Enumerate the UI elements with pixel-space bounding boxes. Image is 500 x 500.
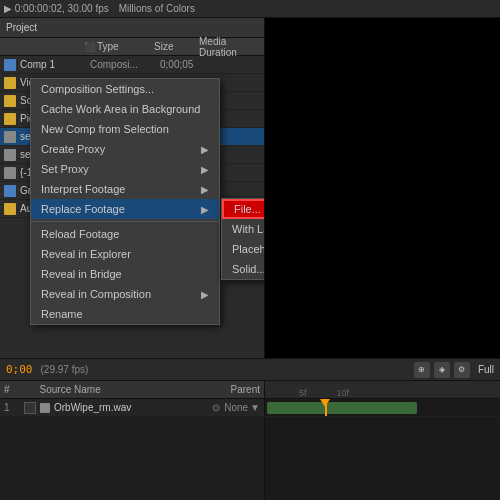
item-type: Composi... — [90, 59, 160, 70]
top-bar: ▶ 0:00:00:02, 30.00 fps Millions of Colo… — [0, 0, 500, 18]
submenu-arrow-icon: ▶ — [201, 289, 209, 300]
folder-icon — [4, 203, 16, 215]
type-icon: ⬛ — [84, 42, 95, 52]
submenu-arrow-icon: ▶ — [201, 204, 209, 215]
menu-item-new-comp-from-selection[interactable]: New Comp from Selection — [31, 119, 219, 139]
timeline-layer-row: 1 OrbWipe_rm.wav ⊙ None ▼ — [0, 399, 264, 417]
col-size-header: Size — [154, 41, 199, 52]
layer-checkbox[interactable] — [24, 402, 36, 414]
menu-item-interpret-footage[interactable]: Interpret Footage▶ — [31, 179, 219, 199]
folder-icon — [4, 113, 16, 125]
menu-item-label: Interpret Footage — [41, 183, 201, 195]
time-display: 0;00 — [6, 363, 33, 376]
ruler-mark-10: 10f — [337, 388, 350, 398]
submenu-item-placeholder[interactable]: Placeholder... — [222, 239, 265, 259]
jpeg-icon — [4, 167, 16, 179]
fps-display: (29.97 fps) — [41, 364, 89, 375]
menu-item-reveal-in-composition[interactable]: Reveal in Composition▶ — [31, 284, 219, 304]
main-area: Project ⬛ Type Size Media Duration Comp … — [0, 18, 500, 358]
item-duration: 0;00;05 — [160, 59, 220, 70]
preview-black — [265, 18, 500, 358]
top-bar-color: Millions of Colors — [119, 3, 195, 14]
comp-icon — [4, 59, 16, 71]
folder-icon — [4, 77, 16, 89]
submenu-item-file[interactable]: File...Ctrl+H — [222, 199, 265, 219]
folder-icon — [4, 95, 16, 107]
panel-title: Project — [6, 22, 37, 33]
menu-item-label: Rename — [41, 308, 209, 320]
playhead — [325, 399, 327, 416]
col-num: # — [4, 384, 10, 395]
menu-item-cache-work-area-in-background[interactable]: Cache Work Area in Background — [31, 99, 219, 119]
context-menu: Composition Settings...Cache Work Area i… — [30, 78, 220, 325]
submenu-item-label: Solid... — [232, 263, 265, 275]
timeline-col-header: # Source Name Parent — [0, 381, 264, 399]
timeline-left: # Source Name Parent 1 OrbWipe_rm.wav ⊙ … — [0, 381, 265, 500]
submenu-arrow-icon: ▶ — [201, 164, 209, 175]
menu-item-label: Reveal in Explorer — [41, 248, 209, 260]
jpeg-icon — [4, 149, 16, 161]
layer-parent-icon: ⊙ — [212, 402, 220, 413]
col-parent: Parent — [231, 384, 260, 395]
layer-icon — [40, 403, 50, 413]
menu-item-label: Reload Footage — [41, 228, 209, 240]
menu-item-label: Reveal in Composition — [41, 288, 201, 300]
timeline-right: 5f 10f — [265, 381, 500, 500]
menu-item-set-proxy[interactable]: Set Proxy▶ — [31, 159, 219, 179]
submenu-item-label: With Layered Comp — [232, 223, 265, 235]
track-bar-1 — [267, 402, 417, 414]
timeline-ruler: 5f 10f — [265, 381, 500, 399]
col-duration-header: Media Duration — [199, 36, 259, 58]
submenu-item-with-layered-comp[interactable]: With Layered Comp — [222, 219, 265, 239]
menu-item-label: Set Proxy — [41, 163, 201, 175]
col-source: Source Name — [40, 384, 101, 395]
menu-item-label: Reveal in Bridge — [41, 268, 209, 280]
menu-item-label: Create Proxy — [41, 143, 201, 155]
menu-item-rename[interactable]: Rename — [31, 304, 219, 324]
menu-item-reveal-in-bridge[interactable]: Reveal in Bridge — [31, 264, 219, 284]
timeline-area: 0;00 (29.97 fps) ⊕ ◈ ⚙ Full # Source Nam… — [0, 358, 500, 500]
menu-item-label: Replace Footage — [41, 203, 201, 215]
timeline-track-1 — [265, 399, 500, 417]
layer-num: 1 — [4, 402, 24, 413]
item-name: Comp 1 — [20, 59, 90, 70]
menu-item-label: Composition Settings... — [41, 83, 209, 95]
submenu-item-solid[interactable]: Solid... — [222, 259, 265, 279]
timeline-icon-3[interactable]: ⚙ — [454, 362, 470, 378]
menu-item-reveal-in-explorer[interactable]: Reveal in Explorer — [31, 244, 219, 264]
project-item[interactable]: Comp 1Composi...0;00;05 — [0, 56, 264, 74]
submenu-item-label: File... — [234, 203, 261, 215]
submenu-arrow-icon: ▶ — [201, 184, 209, 195]
col-type-header: ⬛ Type — [84, 41, 154, 52]
timeline-icon-1[interactable]: ⊕ — [414, 362, 430, 378]
timeline-body: # Source Name Parent 1 OrbWipe_rm.wav ⊙ … — [0, 381, 500, 500]
project-panel: Project ⬛ Type Size Media Duration Comp … — [0, 18, 265, 358]
jpeg-icon — [4, 131, 16, 143]
menu-item-label: New Comp from Selection — [41, 123, 209, 135]
menu-item-composition-settings[interactable]: Composition Settings... — [31, 79, 219, 99]
top-bar-info: ▶ 0:00:00:02, 30.00 fps — [4, 3, 109, 14]
menu-divider — [31, 221, 219, 222]
preview-panel — [265, 18, 500, 358]
comp-icon — [4, 185, 16, 197]
columns-row: ⬛ Type Size Media Duration — [0, 38, 264, 56]
menu-item-reload-footage[interactable]: Reload Footage — [31, 224, 219, 244]
layer-parent-arrow: ▼ — [250, 402, 260, 413]
timeline-icon-2[interactable]: ◈ — [434, 362, 450, 378]
timeline-header: 0;00 (29.97 fps) ⊕ ◈ ⚙ Full — [0, 359, 500, 381]
replace-footage-submenu: File...Ctrl+HWith Layered CompPlaceholde… — [221, 198, 265, 280]
layer-name: OrbWipe_rm.wav — [54, 402, 208, 413]
timeline-controls: 0;00 (29.97 fps) — [6, 363, 88, 376]
submenu-item-label: Placeholder... — [232, 243, 265, 255]
menu-item-label: Cache Work Area in Background — [41, 103, 209, 115]
submenu-arrow-icon: ▶ — [201, 144, 209, 155]
full-label: Full — [478, 364, 494, 375]
ruler-mark-5: 5f — [299, 388, 307, 398]
menu-item-replace-footage[interactable]: Replace Footage▶File...Ctrl+HWith Layere… — [31, 199, 219, 219]
menu-item-create-proxy[interactable]: Create Proxy▶ — [31, 139, 219, 159]
layer-parent-value: None — [224, 402, 248, 413]
